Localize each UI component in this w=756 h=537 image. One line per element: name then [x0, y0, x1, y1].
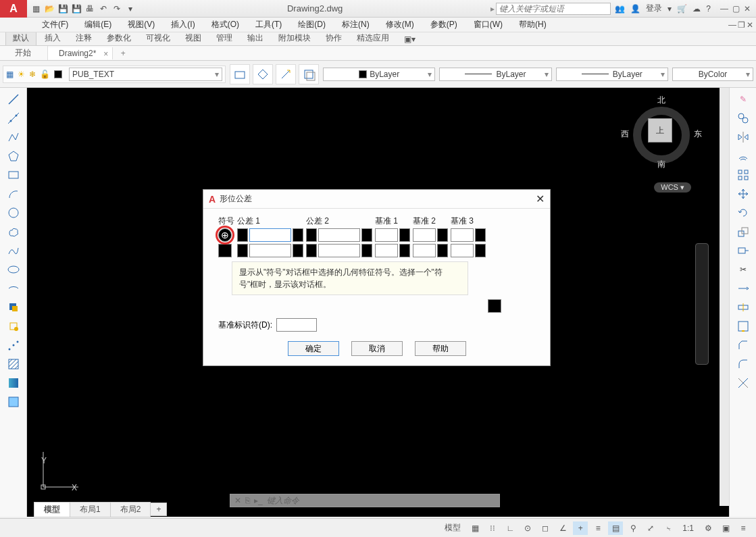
tol2-value-2[interactable] — [318, 244, 360, 257]
undo-icon[interactable]: ↶ — [97, 3, 109, 15]
menu-tools[interactable]: 工具(T) — [247, 18, 290, 32]
d1-mc-1[interactable] — [399, 228, 410, 242]
ok-button[interactable]: 确定 — [288, 341, 339, 356]
sb-otrack-icon[interactable]: ∠ — [555, 521, 570, 535]
hatch-icon[interactable] — [4, 355, 23, 373]
plotstyle-dropdown[interactable]: ByColor▾ — [672, 68, 753, 81]
menu-modify[interactable]: 修改(M) — [378, 18, 422, 32]
d2-mc-1[interactable] — [437, 228, 448, 242]
plot-icon[interactable]: 🖶 — [84, 3, 96, 15]
lineweight-dropdown[interactable]: ByLayer▾ — [439, 68, 551, 81]
signin-label[interactable]: 登录 — [646, 3, 662, 14]
layer-freeze-icon[interactable]: ❄ — [29, 70, 36, 79]
viewcube-top[interactable]: 上 — [648, 118, 672, 143]
sb-snap-icon[interactable]: ⁝⁝ — [485, 521, 500, 535]
rectangle-icon[interactable] — [4, 166, 23, 184]
doc-tab-drawing2[interactable]: Drawing2*× — [48, 47, 113, 59]
d1-value-1[interactable] — [375, 228, 398, 242]
symbol-cell-1[interactable] — [218, 228, 232, 242]
menu-edit[interactable]: 编辑(E) — [76, 18, 120, 32]
doc-tab-close-icon[interactable]: × — [103, 49, 108, 59]
layer-lock-icon[interactable]: 🔓 — [40, 70, 50, 79]
minimize-icon[interactable]: — — [720, 4, 728, 14]
ribbon-tab-addins[interactable]: 附加模块 — [272, 31, 318, 45]
signin-dd-icon[interactable]: ▾ — [667, 4, 672, 14]
rotate-icon[interactable] — [734, 204, 753, 222]
tol1-mc-2[interactable] — [293, 244, 303, 257]
copy-icon[interactable] — [734, 109, 753, 127]
linetype-dropdown[interactable]: ByLayer▾ — [556, 68, 668, 81]
layout-tab-model[interactable]: 模型 — [34, 502, 70, 517]
ribbon-tab-featured[interactable]: 精选应用 — [350, 31, 396, 45]
ribbon-tab-manage[interactable]: 管理 — [209, 31, 239, 45]
sb-qp-icon[interactable]: ⚲ — [626, 521, 640, 535]
d1-value-2[interactable] — [375, 244, 398, 257]
d3-mc-2[interactable] — [475, 244, 486, 257]
cloud-icon[interactable]: ☁ — [692, 4, 701, 14]
revcloud-icon[interactable] — [4, 223, 23, 240]
cmd-close-icon[interactable]: ✕ — [234, 496, 241, 505]
layer-sun-icon[interactable]: ☀ — [18, 70, 25, 79]
mdi-restore-icon[interactable]: ❐ — [738, 20, 745, 30]
help-search-input[interactable] — [496, 3, 611, 15]
doc-tab-start[interactable]: 开始 — [4, 46, 48, 60]
menu-insert[interactable]: 插入(I) — [163, 18, 203, 32]
insert-block-icon[interactable] — [4, 299, 23, 316]
view-cube[interactable]: 北 南 西 东 上 — [621, 95, 702, 176]
offset-icon[interactable] — [734, 147, 753, 165]
vertical-scrollbar[interactable] — [720, 88, 729, 506]
layout-tab-add-icon[interactable]: + — [150, 503, 167, 516]
ribbon-tab-insert[interactable]: 插入 — [38, 31, 68, 45]
mirror-icon[interactable] — [734, 128, 753, 146]
menu-window[interactable]: 窗口(W) — [465, 18, 511, 32]
sb-annoscale-icon[interactable]: ⍀ — [661, 521, 676, 535]
dialog-titlebar[interactable]: A 形位公差 ✕ — [203, 190, 550, 209]
ellipse-arc-icon[interactable] — [4, 280, 23, 297]
ribbon-tab-collab[interactable]: 协作 — [319, 31, 349, 45]
sb-custom-icon[interactable]: ≡ — [736, 521, 751, 535]
ellipse-icon[interactable] — [4, 261, 23, 278]
viewcube-south[interactable]: 南 — [621, 159, 702, 170]
polygon-icon[interactable] — [4, 147, 23, 165]
tol2-mc-2[interactable] — [361, 244, 372, 257]
sb-grid-icon[interactable]: ▦ — [468, 521, 482, 535]
trim-icon[interactable]: ✂ — [734, 261, 753, 278]
app-logo[interactable]: A — [0, 0, 27, 18]
layer-props-icon[interactable]: ▦ — [6, 70, 14, 79]
layer-iso-icon[interactable] — [253, 64, 273, 84]
sb-osnap-icon[interactable]: ◻ — [538, 521, 553, 535]
region-icon[interactable] — [4, 393, 23, 411]
proj-tol-mc[interactable] — [488, 299, 501, 313]
cancel-button[interactable]: 取消 — [351, 341, 403, 356]
point-icon[interactable] — [4, 336, 23, 354]
scale-icon[interactable] — [734, 223, 753, 240]
extend-icon[interactable] — [734, 280, 753, 297]
sb-iso-icon[interactable]: ▣ — [718, 521, 733, 535]
sb-scale[interactable]: 1:1 — [678, 523, 698, 533]
ribbon-tab-parametric[interactable]: 参数化 — [100, 31, 138, 45]
sb-model[interactable]: 模型 — [440, 522, 465, 534]
d1-mc-2[interactable] — [399, 244, 410, 257]
chamfer-icon[interactable] — [734, 336, 753, 354]
ribbon-tab-visualize[interactable]: 可视化 — [139, 31, 177, 45]
layout-tab-1[interactable]: 布局1 — [70, 502, 111, 517]
tol1-dia-2[interactable] — [237, 244, 248, 257]
command-line[interactable]: ✕ ⎘ ▸_ 键入命令 — [230, 494, 500, 507]
viewcube-west[interactable]: 西 — [621, 128, 629, 140]
explode-icon[interactable] — [734, 374, 753, 392]
save-icon[interactable]: 💾 — [57, 3, 69, 15]
dialog-close-icon[interactable]: ✕ — [536, 193, 545, 205]
exchange-icon[interactable]: 🛒 — [677, 4, 687, 14]
tol1-mc-1[interactable] — [293, 228, 303, 242]
gradient-icon[interactable] — [4, 374, 23, 392]
menu-file[interactable]: 文件(F) — [34, 18, 76, 32]
navigation-bar[interactable] — [695, 243, 709, 365]
tol2-dia-2[interactable] — [306, 244, 317, 257]
maximize-icon[interactable]: ▢ — [732, 4, 740, 14]
infocenter-icon[interactable]: 👥 — [615, 4, 625, 14]
construction-line-icon[interactable] — [4, 109, 23, 127]
viewcube-east[interactable]: 东 — [694, 128, 702, 140]
saveas-icon[interactable]: 💾 — [70, 3, 82, 15]
tol1-dia-1[interactable] — [237, 228, 248, 242]
close-icon[interactable]: ✕ — [744, 4, 751, 14]
